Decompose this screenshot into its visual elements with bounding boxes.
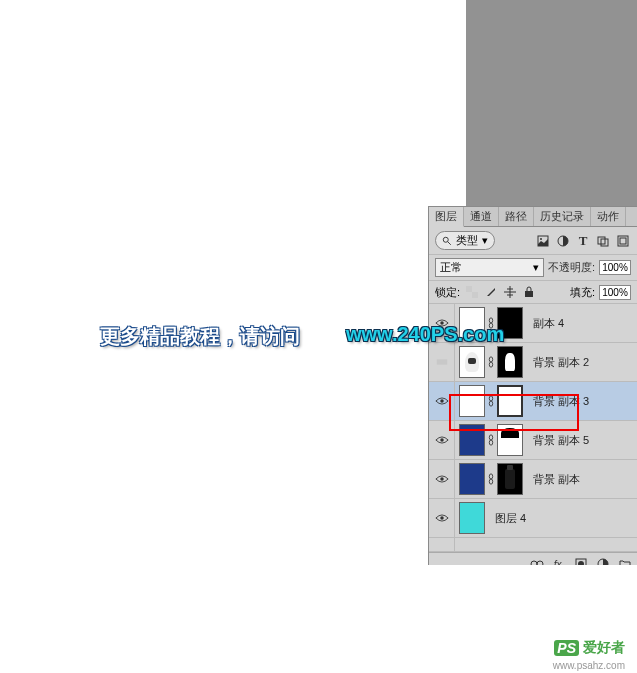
link-icon [487,356,495,368]
layer-name[interactable]: 背景 副本 5 [527,433,637,448]
svg-point-19 [489,396,492,401]
link-icon [487,473,495,485]
filter-type-icon[interactable]: T [575,233,591,249]
tab-layers[interactable]: 图层 [429,207,464,227]
site-watermark: PS 爱好者 [554,639,625,657]
layer-row[interactable]: 背景 副本 5 [429,421,637,460]
link-icon [487,395,495,407]
blend-row: 正常 ▾ 不透明度: 100% [429,255,637,281]
site-domain: www.psahz.com [553,660,625,671]
visibility-toggle[interactable] [429,343,455,381]
tab-actions[interactable]: 动作 [591,207,626,226]
layer-row[interactable]: 图层 4 [429,499,637,538]
link-icon [487,434,495,446]
svg-point-24 [440,477,444,481]
layer-name[interactable]: 背景 副本 3 [527,394,637,409]
layer-name[interactable]: 背景 副本 2 [527,355,637,370]
layer-row[interactable]: 背景 副本 2 [429,343,637,382]
layer-name[interactable]: 副本 4 [527,316,637,331]
svg-point-23 [489,440,492,445]
svg-rect-10 [472,292,478,298]
svg-point-20 [489,401,492,406]
svg-rect-11 [525,291,533,297]
eye-hidden-icon [435,357,449,367]
filter-smartobject-icon[interactable] [615,233,631,249]
watermark-text: 爱好者 [583,639,625,657]
layer-thumbnail[interactable] [459,385,485,417]
lock-label: 锁定: [435,285,460,300]
opacity-label: 不透明度: [548,260,595,275]
visibility-toggle[interactable] [429,460,455,498]
fill-label: 填充: [570,285,595,300]
tab-history[interactable]: 历史记录 [534,207,591,226]
promo-text: 更多精品教程，请访问 [100,323,300,350]
layer-name[interactable]: 背景 副本 [527,472,637,487]
layer-row[interactable]: 背景 副本 3 [429,382,637,421]
svg-rect-8 [620,238,626,244]
filter-label: 类型 [456,233,478,248]
mask-thumbnail[interactable] [497,385,523,417]
eye-icon [435,435,449,445]
layer-name[interactable]: 图层 4 [489,511,637,526]
filter-row: 类型 ▾ T [429,227,637,255]
fill-field[interactable]: 100% [599,285,631,300]
promo-url: www.240PS.com [346,323,504,346]
search-icon [442,236,452,246]
svg-point-21 [440,438,444,442]
filter-shape-icon[interactable] [595,233,611,249]
svg-line-1 [448,241,451,244]
svg-point-17 [489,362,492,367]
layer-thumbnail[interactable] [459,424,485,456]
dropdown-icon: ▾ [533,261,539,274]
svg-point-22 [489,435,492,440]
blend-mode-select[interactable]: 正常 ▾ [435,258,544,277]
mask-thumbnail[interactable] [497,424,523,456]
bottom-area: PS 爱好者 www.psahz.com [0,565,637,673]
eye-icon [435,513,449,523]
eye-icon [435,396,449,406]
tab-channels[interactable]: 通道 [464,207,499,226]
filter-image-icon[interactable] [535,233,551,249]
layer-thumbnail[interactable] [459,346,485,378]
svg-point-3 [540,238,542,240]
filter-adjustment-icon[interactable] [555,233,571,249]
svg-point-18 [440,399,444,403]
layer-filter-select[interactable]: 类型 ▾ [435,231,495,250]
svg-point-26 [489,479,492,484]
opacity-field[interactable]: 100% [599,260,631,275]
visibility-toggle[interactable] [429,421,455,459]
visibility-toggle[interactable] [429,499,455,537]
dropdown-icon: ▾ [482,234,488,247]
tab-paths[interactable]: 路径 [499,207,534,226]
lock-position-icon[interactable] [502,284,518,300]
visibility-toggle[interactable] [429,382,455,420]
empty-area[interactable] [429,538,637,552]
lock-row: 锁定: 填充: 100% [429,281,637,304]
eye-icon [435,474,449,484]
canvas-area[interactable] [0,0,466,565]
lock-pixels-icon[interactable] [483,284,499,300]
svg-rect-9 [466,286,472,292]
svg-point-25 [489,474,492,479]
lock-all-icon[interactable] [521,284,537,300]
layer-row[interactable]: 背景 副本 [429,460,637,499]
blend-mode-value: 正常 [440,260,462,275]
lock-transparency-icon[interactable] [464,284,480,300]
mask-thumbnail[interactable] [497,346,523,378]
svg-point-27 [440,516,444,520]
layers-panel: 图层 通道 路径 历史记录 动作 类型 ▾ T 正常 ▾ 不透明度: 100% … [428,206,637,576]
svg-rect-15 [436,359,447,364]
layer-thumbnail[interactable] [459,463,485,495]
panel-tabs: 图层 通道 路径 历史记录 动作 [429,207,637,227]
ps-badge: PS [554,640,579,656]
svg-point-0 [443,237,448,242]
svg-point-16 [489,357,492,362]
mask-thumbnail[interactable] [497,463,523,495]
layer-thumbnail[interactable] [459,502,485,534]
